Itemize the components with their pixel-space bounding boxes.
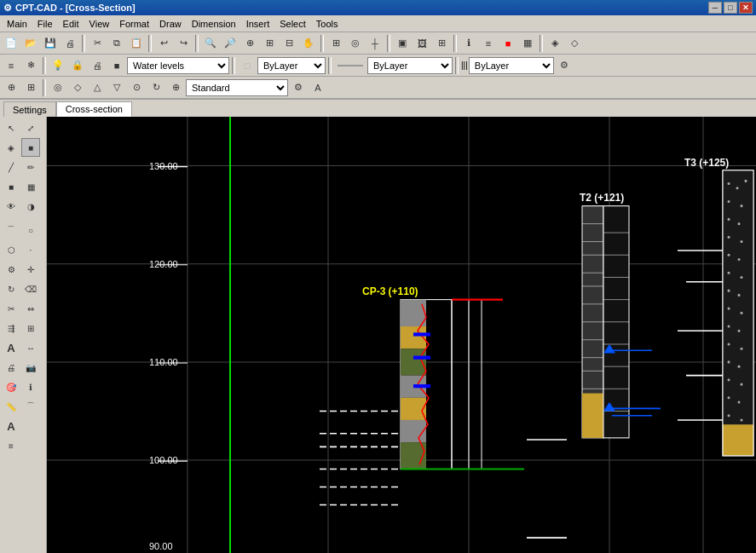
menu-draw[interactable]: Draw: [154, 17, 187, 31]
prop-btn[interactable]: ℹ: [459, 34, 478, 53]
menu-edit[interactable]: Edit: [58, 17, 84, 31]
lineweight-dropdown[interactable]: ByLayer: [469, 57, 554, 74]
lineweight-settings-btn[interactable]: ⚙: [555, 56, 574, 75]
menu-main[interactable]: Main: [2, 17, 32, 31]
menu-tools[interactable]: Tools: [311, 17, 343, 31]
light-bulb-btn[interactable]: 💡: [49, 56, 67, 75]
pan-btn[interactable]: ✋: [299, 34, 318, 53]
print-btn[interactable]: 🖨: [61, 34, 79, 53]
lt-curve-btn[interactable]: ⌒: [2, 221, 20, 239]
snap-type2-btn[interactable]: ◇: [68, 78, 87, 97]
snap-type6-btn[interactable]: ↻: [147, 78, 165, 97]
layer-btn[interactable]: ≡: [479, 34, 498, 53]
menu-dimension[interactable]: Dimension: [187, 17, 241, 31]
ortho-btn[interactable]: ┼: [366, 34, 384, 53]
linetype-dropdown[interactable]: ByLayer: [367, 57, 453, 74]
snap-mode-btn[interactable]: ⊕: [2, 78, 20, 97]
redo-btn[interactable]: ↪: [174, 34, 193, 53]
maximize-btn[interactable]: □: [724, 2, 737, 14]
insert-image-btn[interactable]: 🖼: [413, 34, 431, 53]
open-btn[interactable]: 📂: [21, 34, 40, 53]
lt-tool1[interactable]: ◈: [2, 138, 20, 157]
menu-file[interactable]: File: [32, 17, 58, 31]
lt-trim-btn[interactable]: ✂: [2, 299, 20, 318]
snap-type7-btn[interactable]: ⊕: [166, 78, 185, 97]
zoom-win-btn[interactable]: ⊞: [260, 34, 279, 53]
zoom-in-btn[interactable]: 🔍: [201, 34, 220, 53]
tab-settings[interactable]: Settings: [3, 101, 56, 117]
lt-pattern-btn[interactable]: ▦: [21, 177, 40, 196]
close-btn[interactable]: ✕: [739, 2, 753, 14]
color-btn[interactable]: ■: [499, 34, 517, 53]
lt-erase-btn[interactable]: ⌫: [21, 279, 40, 298]
lt-offset-btn[interactable]: ⇶: [2, 319, 20, 337]
color-indicator[interactable]: □: [238, 56, 257, 75]
cut-btn[interactable]: ✂: [88, 34, 107, 53]
minimize-btn[interactable]: ─: [708, 2, 722, 14]
lt-info-btn[interactable]: ℹ: [21, 377, 40, 396]
lt-text-btn[interactable]: A: [2, 338, 20, 357]
snap-grid-btn[interactable]: ⊞: [21, 78, 40, 97]
menu-view[interactable]: View: [84, 17, 115, 31]
snap-btn[interactable]: ◎: [346, 34, 365, 53]
lt-line-btn[interactable]: ╱: [2, 158, 20, 176]
save-btn[interactable]: 💾: [41, 34, 60, 53]
lt-measure-btn[interactable]: 📏: [2, 397, 20, 416]
color-dropdown[interactable]: ByLayer: [257, 57, 326, 74]
lt-circle-btn[interactable]: ○: [21, 221, 40, 239]
lt-eye-btn[interactable]: 👁: [2, 197, 20, 216]
lt-rotate-btn[interactable]: ↻: [2, 279, 20, 298]
extra2-btn[interactable]: ◇: [565, 34, 584, 53]
lt-move-btn[interactable]: ✛: [21, 260, 40, 279]
zoom-out-btn[interactable]: 🔎: [221, 34, 239, 53]
lt-select2-btn[interactable]: ⤢: [21, 118, 40, 137]
lock-btn[interactable]: 🔒: [68, 56, 87, 75]
lt-array-btn[interactable]: ⊞: [21, 319, 40, 337]
menu-format[interactable]: Format: [114, 17, 154, 31]
zoom-all-btn[interactable]: ⊕: [240, 34, 259, 53]
text-style-btn[interactable]: A: [309, 78, 327, 97]
style-dropdown[interactable]: Standard: [186, 79, 288, 96]
new-btn[interactable]: 📄: [2, 34, 20, 53]
freeze-btn[interactable]: ❄: [21, 56, 40, 75]
lt-pencil-btn[interactable]: ✏: [21, 158, 40, 176]
lt-dim-btn[interactable]: ↔: [21, 338, 40, 357]
zoom-prev-btn[interactable]: ⊟: [280, 34, 298, 53]
color2-btn[interactable]: ■: [107, 56, 126, 75]
copy-btn[interactable]: ⧉: [107, 34, 126, 53]
lt-text2-btn[interactable]: A: [2, 417, 20, 435]
paste-btn[interactable]: 📋: [127, 34, 146, 53]
lt-angle-btn[interactable]: ⌒: [21, 397, 40, 416]
undo-btn[interactable]: ↩: [154, 34, 173, 53]
snap-type3-btn[interactable]: △: [88, 78, 107, 97]
menu-insert[interactable]: Insert: [241, 17, 275, 31]
lt-view-btn[interactable]: ◑: [21, 197, 40, 216]
print2-btn[interactable]: 🖨: [88, 56, 107, 75]
lt-cog-btn[interactable]: ⚙: [2, 260, 20, 279]
drawing-area[interactable]: 130.00 120.00 110.00 100.00 90.00: [47, 117, 756, 553]
menu-select[interactable]: Select: [274, 17, 311, 31]
snap-type4-btn[interactable]: ▽: [107, 78, 126, 97]
lt-color-btn[interactable]: ■: [2, 177, 20, 196]
insert-block-btn[interactable]: ▣: [393, 34, 412, 53]
layer-list-btn[interactable]: ≡: [2, 56, 20, 75]
lt-print-btn[interactable]: 🖨: [2, 358, 20, 377]
snap-type5-btn[interactable]: ⊙: [127, 78, 146, 97]
lt-mirror-btn[interactable]: ⇔: [21, 299, 40, 318]
lt-tool2[interactable]: ■: [21, 138, 40, 157]
style-settings-btn[interactable]: ⚙: [289, 78, 308, 97]
tab-cross-section[interactable]: Cross-section: [56, 101, 132, 117]
lt-select-btn[interactable]: ↖: [2, 118, 20, 137]
snap-type1-btn[interactable]: ◎: [49, 78, 67, 97]
lt-camera-btn[interactable]: 📷: [21, 358, 40, 377]
layer-dropdown[interactable]: Water levels: [127, 57, 229, 74]
insert-table-btn[interactable]: ⊞: [432, 34, 451, 53]
grid-btn[interactable]: ⊞: [326, 34, 345, 53]
lt-target-btn[interactable]: 🎯: [2, 377, 20, 396]
hatch-btn[interactable]: ▦: [518, 34, 537, 53]
lt-layers-btn[interactable]: ≡: [2, 436, 20, 455]
lt-point-btn[interactable]: ·: [21, 240, 40, 259]
lt-empty: [21, 417, 40, 435]
extra1-btn[interactable]: ◈: [545, 34, 564, 53]
lt-poly-btn[interactable]: ⬡: [2, 240, 20, 259]
